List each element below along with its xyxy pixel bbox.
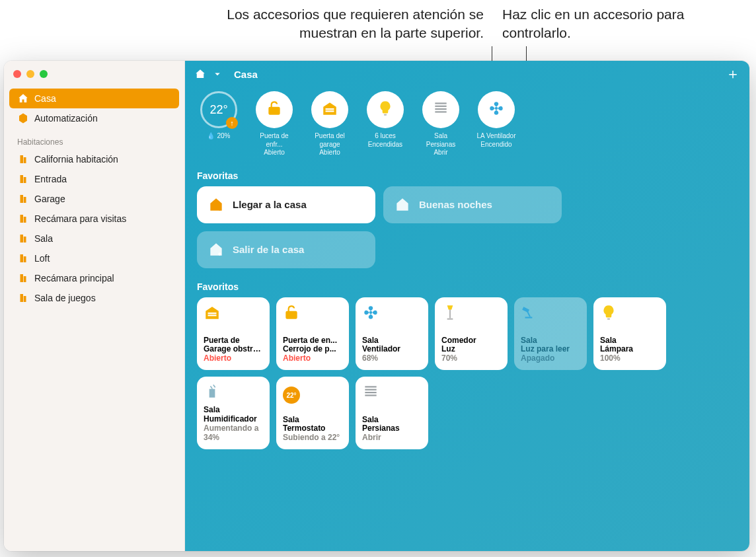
room-icon — [17, 173, 29, 185]
tile-garage-door[interactable]: Puerta deGarage obstruida.Abierto — [197, 297, 270, 370]
svg-rect-17 — [607, 318, 610, 319]
tile-door-lock[interactable]: Puerta de en...Cerrojo de p...Abierto — [276, 297, 349, 370]
status-blinds[interactable]: Sala PersianasAbrir — [419, 91, 463, 157]
thermostat-icon: 22° — [283, 383, 300, 404]
humidifier-icon — [204, 383, 221, 404]
tile-thermostat[interactable]: 22° SalaTermostatoSubiendo a 22° — [276, 377, 349, 449]
svg-rect-2 — [326, 110, 334, 112]
room-icon — [17, 292, 29, 304]
zoom-button[interactable] — [40, 70, 48, 78]
sidebar-room-garage[interactable]: Garage — [9, 189, 179, 209]
tile-room: Sala — [362, 336, 422, 345]
scene-label: Llegar a la casa — [233, 199, 307, 210]
desk-lamp-icon — [521, 304, 538, 325]
tile-room: Sala — [362, 416, 422, 424]
status-garage[interactable]: Puerta del garageAbierto — [308, 91, 352, 157]
tile-name: Ventilador — [362, 345, 422, 353]
status-label: 6 luces — [375, 132, 396, 139]
status-label: LA Ventilador — [477, 132, 516, 139]
tile-state: Subiendo a 22° — [283, 433, 342, 442]
sidebar-room-label: Sala — [34, 233, 53, 244]
sidebar-room-entrada[interactable]: Entrada — [9, 169, 179, 189]
sidebar-room-principal[interactable]: Recámara principal — [9, 268, 179, 288]
svg-rect-6 — [435, 108, 446, 110]
chevron-down-icon[interactable] — [211, 68, 223, 80]
tile-name: Luz — [441, 345, 501, 353]
temp-value: 22° — [209, 103, 227, 117]
status-sub: Encendido — [480, 141, 511, 148]
svg-rect-11 — [208, 313, 217, 314]
room-icon — [17, 252, 29, 264]
status-lights[interactable]: 6 lucesEncendidas — [363, 91, 407, 157]
svg-rect-1 — [326, 108, 334, 110]
sidebar-item-label: Casa — [34, 93, 56, 104]
svg-rect-12 — [208, 315, 217, 316]
sidebar-item-automation[interactable]: Automatización — [9, 108, 179, 128]
lock-open-icon — [283, 304, 300, 325]
sidebar-section-rooms: Habitaciones — [4, 128, 184, 149]
tile-room: Sala — [283, 416, 342, 424]
svg-marker-0 — [19, 114, 27, 124]
annotation-control: Haz clic en un accesorio para controlarl… — [502, 5, 740, 43]
favorites-grid: Puerta deGarage obstruida.Abierto Puerta… — [185, 297, 749, 449]
sidebar-item-home[interactable]: Casa — [9, 89, 179, 108]
sidebar-room-visitas[interactable]: Recámara para visitas — [9, 209, 179, 229]
tile-room: Sala — [521, 336, 580, 345]
sidebar-room-label: Loft — [34, 253, 50, 264]
tile-reading-light[interactable]: SalaLuz para leerApagado — [514, 297, 587, 370]
tile-lamp[interactable]: SalaLámpara100% — [593, 297, 666, 370]
droplet-icon: 💧 — [207, 132, 215, 141]
fan-icon — [488, 100, 505, 120]
svg-point-13 — [369, 311, 372, 313]
status-door[interactable]: Puerta de enfr...Abierto — [252, 91, 296, 157]
bulb-icon — [600, 304, 617, 325]
tile-room: Sala — [600, 336, 660, 345]
tile-comedor-light[interactable]: ComedorLuz70% — [435, 297, 508, 370]
tile-room: Puerta de en... — [283, 336, 342, 345]
tile-state: Apagado — [521, 353, 580, 363]
sidebar-room-california[interactable]: California habitación — [9, 149, 179, 169]
status-fan[interactable]: LA VentiladorEncendido — [474, 91, 518, 157]
room-icon — [17, 153, 29, 165]
tile-fan[interactable]: SalaVentilador68% — [356, 297, 428, 370]
tile-room: Puerta de — [204, 336, 263, 345]
toolbar: Casa ＋ — [185, 61, 749, 87]
arrow-up-icon: ↑ — [226, 117, 238, 129]
status-label: Puerta del garage — [315, 132, 345, 148]
minimize-button[interactable] — [26, 70, 34, 78]
svg-rect-18 — [365, 386, 376, 387]
leave-home-icon — [208, 241, 225, 258]
humidity-value: 20% — [217, 132, 230, 141]
floor-lamp-icon — [441, 304, 459, 325]
window-controls — [4, 61, 184, 85]
main-content: Casa ＋ 22° ↑ 💧 20% Puerta de enfr...Abie… — [185, 61, 749, 551]
home-nav-icon[interactable] — [194, 68, 206, 80]
tile-name: Persianas — [362, 424, 422, 433]
sidebar-room-label: Sala de juegos — [34, 293, 96, 303]
scene-leave-home[interactable]: Salir de la casa — [197, 231, 375, 268]
add-button[interactable]: ＋ — [726, 64, 740, 84]
sidebar-room-juegos[interactable]: Sala de juegos — [9, 288, 179, 308]
annotation-attention: Los accesorios que requieren atención se… — [167, 5, 484, 43]
tile-humidifier[interactable]: SalaHumidificadorAumentando a 34% — [197, 377, 270, 449]
svg-rect-19 — [365, 389, 376, 390]
arrive-home-icon — [208, 196, 225, 213]
svg-rect-4 — [435, 102, 446, 104]
sidebar-room-loft[interactable]: Loft — [9, 248, 179, 268]
tile-state: 70% — [441, 353, 501, 363]
scene-good-night[interactable]: Buenas noches — [383, 186, 562, 223]
tile-blinds[interactable]: SalaPersianasAbrir — [356, 377, 428, 449]
fan-icon — [362, 304, 379, 325]
sidebar-room-label: California habitación — [34, 154, 118, 165]
tile-state: Abierto — [283, 353, 342, 363]
room-icon — [17, 233, 29, 244]
garage-icon — [321, 100, 338, 120]
close-button[interactable] — [13, 70, 21, 78]
svg-rect-16 — [525, 316, 533, 318]
svg-rect-3 — [384, 114, 387, 116]
status-sub: Encendidas — [368, 141, 402, 148]
status-temperature[interactable]: 22° ↑ 💧 20% — [197, 91, 241, 157]
scene-arrive-home[interactable]: Llegar a la casa — [197, 186, 375, 223]
sidebar-room-sala[interactable]: Sala — [9, 229, 179, 248]
bulb-icon — [377, 100, 394, 120]
